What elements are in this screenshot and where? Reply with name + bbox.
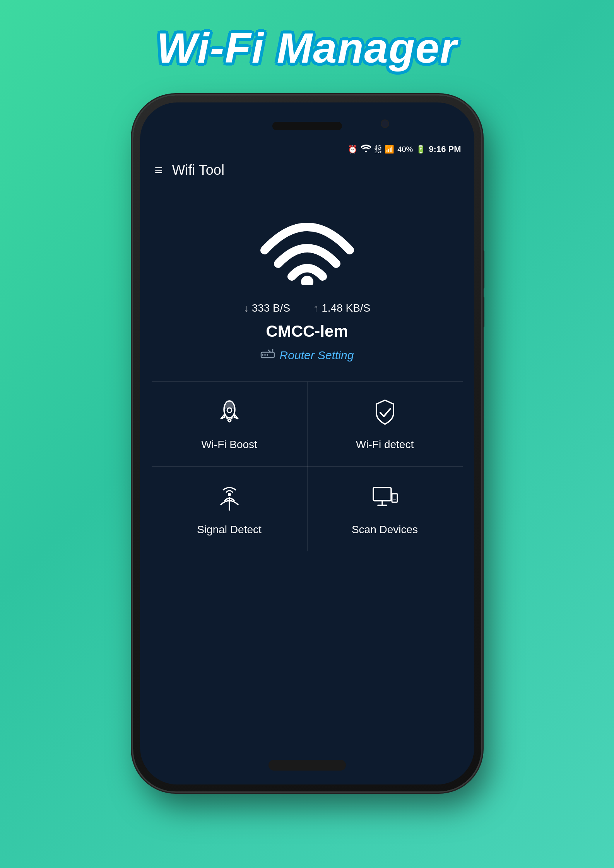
signal-detect-label: Signal Detect: [197, 524, 262, 536]
battery-percentage: 40%: [397, 145, 413, 154]
svg-rect-12: [373, 488, 391, 501]
router-setting-label[interactable]: Router Setting: [280, 349, 354, 362]
data-icon: 4G 2G: [375, 145, 382, 154]
svg-point-0: [365, 150, 367, 152]
wifi-status-icon: [361, 145, 371, 154]
wifi-detect-button[interactable]: Wi-Fi detect: [307, 382, 463, 466]
home-button: [269, 760, 346, 771]
main-content: ↓ 333 B/S ↑ 1.48 KB/S CMCC-lem: [144, 184, 470, 754]
wifi-boost-label: Wi-Fi Boost: [201, 438, 257, 451]
wifi-icon-container: [257, 208, 357, 286]
speaker-top: [272, 122, 342, 130]
wifi-boost-button[interactable]: Wi-Fi Boost: [152, 382, 307, 466]
hamburger-menu-icon[interactable]: ≡: [155, 162, 163, 178]
scan-devices-button[interactable]: Scan Devices: [307, 467, 463, 551]
svg-point-11: [228, 493, 231, 496]
router-setting-link[interactable]: Router Setting: [260, 348, 354, 362]
phone-mockup: ⏰ 4G 2G 📶 40%: [133, 95, 481, 791]
download-speed-value: 333 B/S: [252, 302, 291, 314]
status-bar: ⏰ 4G 2G 📶 40%: [144, 141, 470, 156]
svg-point-9: [227, 408, 232, 413]
wifi-detect-icon: [369, 397, 400, 432]
toolbar-title: Wifi Tool: [172, 162, 224, 178]
svg-rect-15: [392, 494, 397, 502]
upload-arrow-icon: ↑: [313, 302, 318, 314]
alarm-icon: ⏰: [348, 145, 357, 154]
grid-buttons-container: Wi-Fi Boost: [152, 381, 463, 551]
app-title: Wi-Fi Manager: [157, 23, 457, 72]
download-arrow-icon: ↓: [244, 302, 249, 314]
svg-point-1: [301, 276, 313, 285]
signal-detect-button[interactable]: Signal Detect: [152, 467, 307, 551]
router-icon: [260, 348, 275, 362]
phone-outer-shell: ⏰ 4G 2G 📶 40%: [133, 95, 481, 791]
speed-row: ↓ 333 B/S ↑ 1.48 KB/S: [244, 302, 371, 314]
battery-icon: 🔋: [416, 145, 426, 154]
status-icons: ⏰ 4G 2G 📶 40%: [348, 144, 461, 154]
phone-inner-bezel: ⏰ 4G 2G 📶 40%: [140, 102, 474, 784]
wifi-boost-icon: [214, 397, 245, 432]
toolbar: ≡ Wifi Tool: [144, 156, 470, 184]
wifi-detect-label: Wi-Fi detect: [356, 438, 414, 451]
scan-devices-icon: [369, 482, 400, 517]
front-camera: [381, 119, 389, 128]
signal-detect-icon: [214, 482, 245, 517]
scan-devices-label: Scan Devices: [352, 524, 418, 536]
phone-screen: ⏰ 4G 2G 📶 40%: [144, 141, 470, 754]
upload-speed-value: 1.48 KB/S: [322, 302, 370, 314]
signal-icon: 📶: [385, 145, 394, 154]
status-time: 9:16 PM: [429, 144, 461, 154]
wifi-icon: [257, 208, 357, 285]
upload-speed: ↑ 1.48 KB/S: [313, 302, 370, 314]
download-speed: ↓ 333 B/S: [244, 302, 291, 314]
network-name: CMCC-lem: [266, 322, 348, 341]
